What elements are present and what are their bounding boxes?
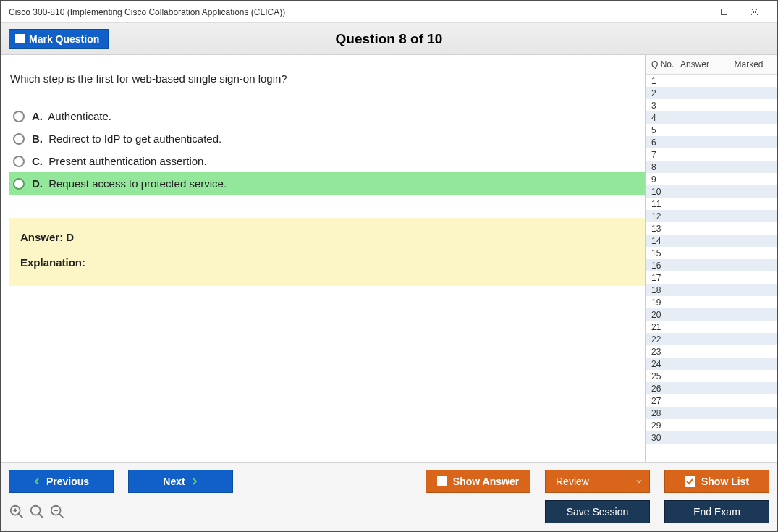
sidebar-row[interactable]: 10 bbox=[646, 185, 777, 198]
mark-question-button[interactable]: Mark Question bbox=[9, 29, 109, 49]
chevron-right-icon bbox=[191, 478, 198, 485]
content-area: Which step is the first for web-based si… bbox=[1, 55, 777, 462]
mark-question-label: Mark Question bbox=[29, 33, 99, 45]
sidebar-row[interactable]: 17 bbox=[646, 271, 777, 284]
sidebar-row[interactable]: 20 bbox=[646, 308, 777, 321]
zoom-in-icon[interactable] bbox=[9, 504, 25, 520]
svg-line-5 bbox=[19, 514, 23, 518]
radio-icon bbox=[13, 178, 25, 190]
sidebar-row[interactable]: 13 bbox=[646, 222, 777, 235]
radio-icon bbox=[13, 111, 25, 122]
option-C[interactable]: C. Present authentication assertion. bbox=[9, 150, 645, 172]
chevron-down-icon bbox=[636, 478, 642, 484]
next-label: Next bbox=[163, 476, 185, 487]
option-D[interactable]: D. Request access to protected service. bbox=[9, 172, 645, 195]
sidebar-row[interactable]: 1 bbox=[646, 75, 777, 87]
sidebar-row[interactable]: 12 bbox=[646, 210, 777, 222]
footer: Previous Next Show Answer Review Show Li… bbox=[1, 462, 777, 531]
next-button[interactable]: Next bbox=[128, 470, 233, 493]
option-A[interactable]: A. Authenticate. bbox=[9, 105, 645, 127]
close-button[interactable] bbox=[739, 2, 769, 22]
question-counter: Question 8 of 10 bbox=[336, 31, 443, 47]
sidebar-row[interactable]: 19 bbox=[646, 296, 777, 308]
answer-box: Answer: D Explanation: bbox=[9, 218, 645, 286]
minimize-button[interactable] bbox=[678, 2, 709, 22]
radio-icon bbox=[13, 133, 25, 145]
sidebar-row[interactable]: 23 bbox=[646, 345, 777, 358]
radio-icon bbox=[13, 156, 25, 167]
option-B[interactable]: B. Redirect to IdP to get authenticated. bbox=[9, 127, 645, 150]
titlebar: Cisco 300-810 (Implementing Cisco Collab… bbox=[1, 1, 777, 23]
sidebar-row[interactable]: 11 bbox=[646, 198, 777, 210]
sidebar-row[interactable]: 9 bbox=[646, 173, 777, 185]
svg-line-11 bbox=[59, 514, 64, 518]
answer-line: Answer: D bbox=[20, 231, 633, 243]
sidebar-row[interactable]: 16 bbox=[646, 259, 777, 271]
sidebar-row[interactable]: 27 bbox=[646, 394, 777, 407]
save-session-button[interactable]: Save Session bbox=[545, 500, 650, 523]
previous-button[interactable]: Previous bbox=[9, 470, 114, 493]
sidebar-row[interactable]: 15 bbox=[646, 247, 777, 259]
app-window: Cisco 300-810 (Implementing Cisco Collab… bbox=[0, 0, 778, 532]
sidebar-row[interactable]: 3 bbox=[646, 99, 777, 111]
checkbox-checked-icon bbox=[685, 476, 695, 487]
sidebar-header: Q No. Answer Marked bbox=[646, 55, 777, 75]
sidebar-row[interactable]: 30 bbox=[646, 431, 777, 444]
footer-row-2: Save Session End Exam bbox=[545, 500, 769, 523]
sidebar-row[interactable]: 21 bbox=[646, 321, 777, 333]
question-sidebar: Q No. Answer Marked 12345678910111213141… bbox=[645, 55, 777, 462]
zoom-reset-icon[interactable] bbox=[29, 504, 45, 520]
chevron-left-icon bbox=[33, 478, 41, 485]
end-exam-label: End Exam bbox=[693, 506, 740, 518]
header-band: Mark Question Question 8 of 10 bbox=[1, 23, 777, 55]
options-list: A. Authenticate.B. Redirect to IdP to ge… bbox=[9, 105, 645, 195]
previous-label: Previous bbox=[46, 476, 89, 487]
footer-row-1: Previous Next Show Answer Review Show Li… bbox=[9, 470, 769, 493]
col-marked: Marked bbox=[724, 59, 774, 69]
sidebar-row[interactable]: 28 bbox=[646, 407, 777, 419]
review-dropdown[interactable]: Review bbox=[545, 470, 650, 493]
show-list-button[interactable]: Show List bbox=[664, 470, 769, 493]
checkbox-icon bbox=[437, 476, 447, 486]
sidebar-row[interactable]: 4 bbox=[646, 111, 777, 124]
sidebar-row[interactable]: 2 bbox=[646, 87, 777, 99]
sidebar-row[interactable]: 24 bbox=[646, 358, 777, 370]
show-answer-button[interactable]: Show Answer bbox=[426, 470, 530, 493]
sidebar-row[interactable]: 6 bbox=[646, 136, 777, 148]
maximize-button[interactable] bbox=[709, 2, 739, 22]
sidebar-list[interactable]: 1234567891011121314151617181920212223242… bbox=[646, 75, 777, 462]
window-controls bbox=[678, 2, 769, 22]
window-title: Cisco 300-810 (Implementing Cisco Collab… bbox=[9, 7, 678, 17]
svg-line-9 bbox=[39, 514, 43, 518]
zoom-controls bbox=[9, 504, 65, 520]
show-list-label: Show List bbox=[701, 476, 749, 487]
sidebar-row[interactable]: 26 bbox=[646, 382, 777, 394]
col-answer: Answer bbox=[680, 59, 724, 69]
save-session-label: Save Session bbox=[567, 506, 629, 518]
review-label: Review bbox=[556, 476, 589, 487]
question-panel: Which step is the first for web-based si… bbox=[1, 55, 645, 462]
question-text: Which step is the first for web-based si… bbox=[10, 72, 645, 85]
sidebar-row[interactable]: 7 bbox=[646, 148, 777, 161]
svg-point-8 bbox=[31, 506, 41, 515]
sidebar-row[interactable]: 18 bbox=[646, 284, 777, 296]
sidebar-row[interactable]: 22 bbox=[646, 333, 777, 345]
sidebar-row[interactable]: 8 bbox=[646, 161, 777, 173]
zoom-out-icon[interactable] bbox=[49, 504, 65, 520]
svg-rect-1 bbox=[721, 9, 727, 15]
checkbox-icon bbox=[15, 34, 25, 43]
col-qno: Q No. bbox=[651, 59, 680, 69]
end-exam-button[interactable]: End Exam bbox=[664, 500, 769, 523]
explanation-label: Explanation: bbox=[20, 256, 633, 269]
sidebar-row[interactable]: 14 bbox=[646, 235, 777, 247]
sidebar-row[interactable]: 29 bbox=[646, 419, 777, 431]
sidebar-row[interactable]: 5 bbox=[646, 124, 777, 136]
show-answer-label: Show Answer bbox=[453, 476, 519, 487]
sidebar-row[interactable]: 25 bbox=[646, 370, 777, 382]
